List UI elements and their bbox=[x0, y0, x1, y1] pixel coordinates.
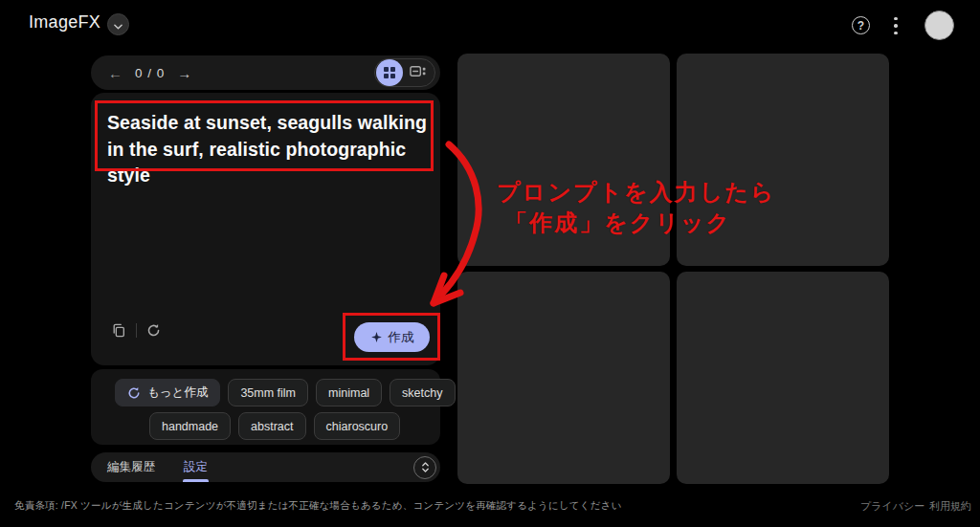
generation-nav-bar: ← 0 / 0 → bbox=[91, 55, 440, 90]
chip-style[interactable]: minimal bbox=[316, 379, 382, 406]
chip-label: handmade bbox=[162, 420, 218, 433]
bottom-tabs-bar: 編集履歴 設定 bbox=[91, 452, 440, 482]
create-button[interactable]: 作成 bbox=[354, 322, 430, 352]
image-placeholder-tile bbox=[677, 272, 889, 484]
imagefx-app: ImageFX ? ← 0 / 0 → bbox=[0, 0, 980, 527]
tab-settings[interactable]: 設定 bbox=[184, 452, 208, 482]
copy-icon bbox=[111, 322, 126, 338]
chip-label: もっと作成 bbox=[147, 384, 208, 401]
view-toggle bbox=[374, 58, 435, 87]
avatar[interactable] bbox=[924, 11, 954, 40]
prev-arrow-icon[interactable]: ← bbox=[108, 66, 122, 80]
chip-label: abstract bbox=[251, 420, 293, 433]
chip-more-create[interactable]: もっと作成 bbox=[115, 379, 220, 406]
chip-label: 35mm film bbox=[240, 386, 296, 400]
chip-style[interactable]: abstract bbox=[238, 412, 305, 440]
app-switcher-button[interactable] bbox=[107, 13, 129, 35]
chip-label: sketchy bbox=[402, 386, 442, 400]
chip-label: chiaroscuro bbox=[326, 420, 389, 433]
chip-style[interactable]: sketchy bbox=[390, 379, 455, 406]
next-arrow-icon[interactable]: → bbox=[177, 66, 191, 80]
expand-panel-button[interactable] bbox=[413, 456, 436, 479]
generation-counter: 0 / 0 bbox=[135, 66, 165, 80]
chevron-down-icon bbox=[114, 16, 122, 33]
active-tab-indicator bbox=[183, 479, 209, 482]
grid-icon bbox=[384, 67, 395, 78]
refresh-icon bbox=[127, 386, 141, 400]
image-placeholder-tile bbox=[677, 54, 889, 266]
image-results-grid bbox=[457, 54, 889, 484]
unfold-icon bbox=[421, 461, 430, 473]
image-placeholder-tile bbox=[457, 54, 670, 266]
refresh-icon bbox=[146, 323, 161, 338]
regenerate-prompt-button[interactable] bbox=[146, 323, 161, 338]
image-placeholder-tile bbox=[457, 272, 670, 484]
tab-edit-history[interactable]: 編集履歴 bbox=[107, 459, 155, 475]
app-title: ImageFX bbox=[29, 12, 100, 33]
prompt-actions bbox=[111, 322, 161, 338]
copy-prompt-button[interactable] bbox=[111, 322, 126, 338]
chip-style[interactable]: chiaroscuro bbox=[314, 412, 401, 440]
strip-view-button[interactable] bbox=[410, 64, 426, 81]
strip-view-icon bbox=[410, 64, 426, 81]
overflow-menu-icon[interactable] bbox=[891, 17, 901, 34]
chip-style[interactable]: handmade bbox=[149, 412, 231, 440]
privacy-link[interactable]: プライバシー bbox=[860, 499, 924, 514]
grid-view-button[interactable] bbox=[376, 59, 403, 86]
chip-label: minimal bbox=[328, 386, 369, 400]
tab-settings-label: 設定 bbox=[184, 459, 208, 475]
prompt-input[interactable]: Seaside at sunset, seagulls walking in t… bbox=[107, 110, 429, 189]
suggestion-chips-panel: もっと作成 35mm film minimal sketchy handmade… bbox=[91, 369, 440, 445]
terms-link[interactable]: 利用規約 bbox=[929, 499, 971, 514]
disclaimer-text: 免責条項: /FX ツールが生成したコンテンツが不適切または不正確な場合もあるた… bbox=[14, 499, 622, 513]
sparkle-icon bbox=[370, 331, 383, 343]
prompt-card: Seaside at sunset, seagulls walking in t… bbox=[91, 93, 440, 365]
help-icon[interactable]: ? bbox=[852, 16, 870, 34]
divider bbox=[136, 323, 137, 338]
create-button-label: 作成 bbox=[389, 329, 414, 346]
chip-style[interactable]: 35mm film bbox=[228, 379, 308, 406]
